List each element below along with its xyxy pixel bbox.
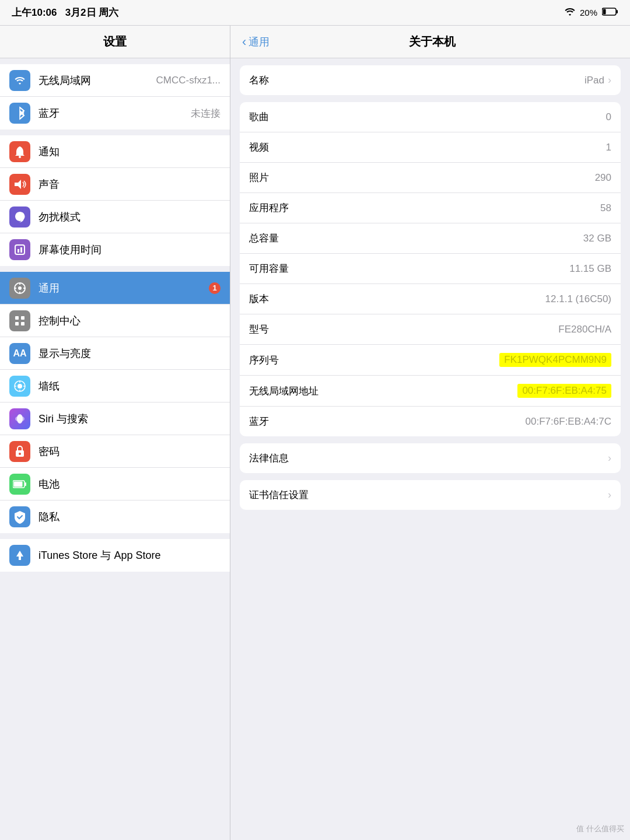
svg-rect-19 xyxy=(21,322,24,326)
bluetooth-label: 蓝牙 xyxy=(38,106,191,120)
svg-rect-9 xyxy=(20,247,22,253)
cert-label: 证书信任设置 xyxy=(249,488,604,502)
sidebar-item-bluetooth[interactable]: 蓝牙 未连接 xyxy=(0,97,230,130)
apps-value: 58 xyxy=(600,202,611,214)
battery-text: 20% xyxy=(580,8,597,18)
status-indicators: 20% xyxy=(565,8,618,18)
svg-point-21 xyxy=(18,384,22,388)
screentime-icon xyxy=(9,239,30,260)
siri-icon xyxy=(9,408,30,429)
control-icon xyxy=(9,310,30,331)
notification-icon xyxy=(9,141,30,162)
back-button[interactable]: ‹ 通用 xyxy=(242,34,270,50)
privacy-icon xyxy=(9,506,30,527)
svg-point-25 xyxy=(19,453,21,455)
svg-rect-27 xyxy=(25,482,27,486)
sidebar-item-siri[interactable]: Siri 与搜索 xyxy=(0,402,230,435)
sidebar-item-control[interactable]: 控制中心 xyxy=(0,304,230,337)
notification-label: 通知 xyxy=(38,145,220,159)
info-row-version: 版本 12.1.1 (16C50) xyxy=(240,284,621,314)
capacity-value: 32 GB xyxy=(583,233,611,244)
info-row-apps: 应用程序 58 xyxy=(240,193,621,223)
sidebar-item-display[interactable]: AA 显示与亮度 xyxy=(0,337,230,370)
general-badge: 1 xyxy=(209,282,220,294)
watermark: 值 什么值得买 xyxy=(576,824,624,834)
version-label: 版本 xyxy=(249,292,545,306)
right-panel-title: 关于本机 xyxy=(281,34,583,50)
wifi-value: CMCC-sfxz1... xyxy=(156,75,221,86)
svg-point-11 xyxy=(18,286,22,290)
wifi-address-label: 无线局域网地址 xyxy=(249,384,517,398)
legal-label: 法律信息 xyxy=(249,452,604,465)
password-label: 密码 xyxy=(38,444,220,459)
back-label: 通用 xyxy=(249,35,270,49)
wifi-address-value: 00:F7:6F:EB:A4:75 xyxy=(517,384,611,398)
sidebar-item-privacy[interactable]: 隐私 xyxy=(0,501,230,533)
right-panel: ‹ 通用 关于本机 名称 iPad › 歌曲 0 视频 1 照片 xyxy=(230,26,630,840)
songs-label: 歌曲 xyxy=(249,110,606,124)
sidebar-section-system: 通知 声音 勿扰模式 xyxy=(0,135,230,266)
right-header: ‹ 通用 关于本机 xyxy=(230,26,630,58)
info-row-cert[interactable]: 证书信任设置 › xyxy=(240,480,621,510)
sidebar-item-general[interactable]: 通用 1 xyxy=(0,272,230,304)
sidebar-section-store: iTunes Store 与 App Store xyxy=(0,539,230,572)
status-time-date: 上午10:06 3月2日 周六 xyxy=(12,6,118,19)
photos-value: 290 xyxy=(595,172,611,184)
svg-rect-8 xyxy=(18,249,19,253)
info-row-videos: 视频 1 xyxy=(240,132,621,163)
sidebar-item-battery[interactable]: 电池 xyxy=(0,468,230,501)
name-chevron-icon: › xyxy=(608,74,611,86)
info-row-available: 可用容量 11.15 GB xyxy=(240,254,621,284)
cert-chevron-icon: › xyxy=(608,489,611,501)
main-layout: 设置 无线局域网 CMCC-sfxz1... xyxy=(0,26,630,840)
sidebar-item-notification[interactable]: 通知 xyxy=(0,135,230,168)
serial-value: FK1PWQK4PCMM9N9 xyxy=(499,353,611,367)
available-label: 可用容量 xyxy=(249,262,569,275)
display-icon: AA xyxy=(9,343,30,364)
version-value: 12.1.1 (16C50) xyxy=(545,293,611,305)
sidebar-item-screentime[interactable]: 屏幕使用时间 xyxy=(0,233,230,266)
wallpaper-icon xyxy=(9,376,30,397)
svg-rect-2 xyxy=(603,9,606,15)
sound-icon xyxy=(9,174,30,195)
model-value: FE280CH/A xyxy=(558,324,611,335)
sidebar-item-sound[interactable]: 声音 xyxy=(0,168,230,201)
capacity-label: 总容量 xyxy=(249,232,583,245)
bluetooth-icon xyxy=(9,103,30,124)
photos-label: 照片 xyxy=(249,171,595,184)
bluetooth-value: 未连接 xyxy=(191,107,220,120)
status-bar: 上午10:06 3月2日 周六 20% xyxy=(0,0,630,26)
appstore-label: iTunes Store 与 App Store xyxy=(38,548,220,562)
sidebar-section-network: 无线局域网 CMCC-sfxz1... 蓝牙 未连接 xyxy=(0,64,230,130)
privacy-label: 隐私 xyxy=(38,510,220,524)
sidebar-item-appstore[interactable]: iTunes Store 与 App Store xyxy=(0,539,230,572)
battery-icon xyxy=(9,474,30,495)
videos-label: 视频 xyxy=(249,141,606,154)
svg-marker-6 xyxy=(15,180,21,189)
songs-value: 0 xyxy=(606,111,611,123)
videos-value: 1 xyxy=(606,142,611,153)
wifi-icon xyxy=(565,8,575,18)
bluetooth-row-label: 蓝牙 xyxy=(249,415,526,428)
available-value: 11.15 GB xyxy=(569,263,611,275)
sidebar: 设置 无线局域网 CMCC-sfxz1... xyxy=(0,26,230,840)
sidebar-section-general: 通用 1 控制中心 AA 显示与亮度 xyxy=(0,272,230,533)
sidebar-item-dnd[interactable]: 勿扰模式 xyxy=(0,201,230,233)
name-label: 名称 xyxy=(249,74,584,87)
info-row-legal[interactable]: 法律信息 › xyxy=(240,443,621,473)
svg-point-5 xyxy=(19,156,21,158)
svg-rect-16 xyxy=(15,316,19,320)
svg-point-23 xyxy=(15,416,24,422)
sidebar-item-password[interactable]: 密码 xyxy=(0,435,230,468)
battery-label: 电池 xyxy=(38,477,220,491)
svg-rect-17 xyxy=(21,316,24,320)
sidebar-item-wifi[interactable]: 无线局域网 CMCC-sfxz1... xyxy=(0,64,230,97)
info-row-name[interactable]: 名称 iPad › xyxy=(240,65,621,95)
model-label: 型号 xyxy=(249,323,558,336)
sidebar-item-wallpaper[interactable]: 墙纸 xyxy=(0,370,230,402)
svg-rect-28 xyxy=(14,481,23,487)
appstore-icon xyxy=(9,545,30,566)
siri-label: Siri 与搜索 xyxy=(38,412,220,426)
info-section-cert: 证书信任设置 › xyxy=(240,480,621,510)
info-row-serial: 序列号 FK1PWQK4PCMM9N9 xyxy=(240,345,621,376)
